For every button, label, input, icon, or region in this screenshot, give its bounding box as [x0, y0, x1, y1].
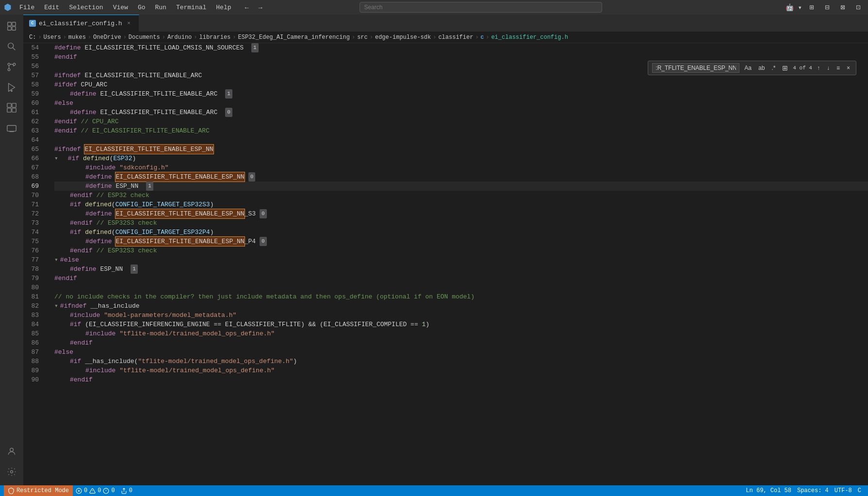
active-tab[interactable]: C ei_classifier_config.h × [23, 15, 139, 32]
activity-accounts[interactable] [2, 442, 21, 461]
breadcrumb-onedrive[interactable]: OneDrive [93, 34, 121, 41]
line-59: 59 [23, 89, 43, 99]
code-line-63: #endif // EI_CLASSIFIER_TFLITE_ENABLE_AR… [54, 126, 868, 135]
line-60: 60 [23, 99, 43, 108]
nav-forward-button[interactable]: → [255, 1, 266, 13]
find-regex[interactable]: .* [770, 64, 777, 72]
code-line-79: #endif [54, 274, 868, 283]
menu-run[interactable]: Run [151, 3, 170, 12]
breadcrumb: C: › Users › mukes › OneDrive › Document… [23, 32, 868, 43]
code-line-78: #define ESP_NN1 [54, 265, 868, 274]
code-line-82: ▾#ifndef __has_include [54, 301, 868, 311]
breadcrumb-arduino[interactable]: Arduino [167, 34, 192, 41]
breadcrumb-mukes[interactable]: mukes [68, 34, 86, 41]
menu-edit[interactable]: Edit [40, 3, 63, 12]
tab-close-button[interactable]: × [125, 19, 133, 27]
breadcrumb-classifier[interactable]: classifier [438, 34, 473, 41]
activity-remote[interactable] [2, 118, 21, 138]
cursor-position-label: Ln 69, Col 58 [746, 487, 791, 494]
find-more-options[interactable]: ≡ [835, 64, 842, 72]
encoding-indicator[interactable]: UTF-8 [832, 485, 855, 496]
line-70: 70 [23, 191, 43, 200]
activity-source-control[interactable] [2, 57, 21, 77]
no-live-share[interactable]: 0 [118, 485, 135, 496]
activity-bar [0, 15, 23, 485]
breadcrumb-filename[interactable]: ei_classifier_config.h [491, 34, 568, 41]
menu-go[interactable]: Go [134, 3, 149, 12]
line-55: 55 [23, 52, 43, 62]
global-search-input[interactable] [360, 2, 602, 13]
code-line-66: ▾#if defined(ESP32) [54, 154, 868, 163]
activity-search[interactable] [2, 37, 21, 56]
line-82: 82 [23, 301, 43, 311]
code-line-89: #include "tflite-model/trained_model_ops… [54, 366, 868, 375]
editor-area: C ei_classifier_config.h × C: › Users › … [23, 15, 868, 485]
status-bar: Restricted Mode 0 0 0 0 Ln 69, Col 58 Sp… [0, 485, 868, 496]
code-line-59: #define EI_CLASSIFIER_TFLITE_ENABLE_ARC1 [54, 89, 868, 99]
menu-selection[interactable]: Selection [65, 3, 107, 12]
breadcrumb-libraries[interactable]: libraries [199, 34, 231, 41]
layout-btn-2[interactable]: ⊟ [821, 3, 833, 12]
title-bar: ⬢ File Edit Selection View Go Run Termin… [0, 0, 868, 15]
line-57: 57 [23, 71, 43, 80]
language-indicator[interactable]: C [855, 485, 864, 496]
activity-run-debug[interactable] [2, 78, 21, 97]
activity-bottom [2, 442, 21, 481]
activity-extensions[interactable] [2, 98, 21, 117]
line-62: 62 [23, 117, 43, 126]
activity-settings[interactable] [2, 462, 21, 481]
line-83: 83 [23, 311, 43, 320]
svg-rect-12 [12, 103, 16, 107]
code-line-61: #define EI_CLASSIFIER_TFLITE_ENABLE_ARC0 [54, 108, 868, 117]
menu-view[interactable]: View [109, 3, 132, 12]
line-75: 75 [23, 237, 43, 246]
breadcrumb-sdk[interactable]: edge-impulse-sdk [375, 34, 431, 41]
find-input[interactable] [652, 63, 739, 73]
ai-icon[interactable]: 🤖 ▾ [786, 3, 802, 12]
code-line-68: #define EI_CLASSIFIER_TFLITE_ENABLE_ESP_… [54, 172, 868, 182]
menu-help[interactable]: Help [212, 3, 235, 12]
line-88: 88 [23, 357, 43, 366]
spaces-indicator[interactable]: Spaces: 4 [794, 485, 832, 496]
code-line-71: #if defined(CONFIG_IDF_TARGET_ESP32S3) [54, 200, 868, 209]
warning-icon [89, 488, 96, 494]
layout-btn-1[interactable]: ⊞ [806, 3, 818, 12]
menu-file[interactable]: File [16, 3, 38, 12]
find-close-button[interactable]: × [845, 64, 852, 72]
restricted-mode-indicator[interactable]: Restricted Mode [4, 485, 73, 496]
code-line-87: #else [54, 347, 868, 357]
cursor-position[interactable]: Ln 69, Col 58 [743, 485, 794, 496]
svg-rect-1 [12, 22, 16, 26]
code-editor[interactable]: 54 55 56 57 58 59 60 61 62 63 64 65 66 6… [23, 43, 868, 485]
activity-explorer[interactable] [2, 17, 21, 36]
breadcrumb-c[interactable]: C: [29, 34, 36, 41]
find-whole-word[interactable]: ab [756, 64, 767, 72]
code-line-84: #if (EI_CLASSIFIER_INFERENCING_ENGINE ==… [54, 320, 868, 329]
status-right: Ln 69, Col 58 Spaces: 4 UTF-8 C [743, 485, 864, 496]
layout-btn-3[interactable]: ⊠ [837, 3, 849, 12]
code-lines[interactable]: #define EI_CLASSIFIER_TFLITE_LOAD_CMSIS_… [50, 43, 868, 485]
tab-label: ei_classifier_config.h [39, 20, 122, 27]
menu-terminal[interactable]: Terminal [172, 3, 210, 12]
warnings-count: 0 [98, 487, 101, 494]
layout-btn-4[interactable]: ⊡ [852, 3, 864, 12]
find-match-case[interactable]: Aa [742, 64, 753, 72]
breadcrumb-src[interactable]: src [357, 34, 368, 41]
errors-indicator[interactable]: 0 0 0 [73, 485, 118, 496]
vscode-icon: ⬢ [4, 2, 12, 13]
svg-point-6 [8, 63, 10, 66]
find-count: 4 of 4 [793, 65, 812, 71]
nav-back-button[interactable]: ← [241, 1, 253, 13]
breadcrumb-documents[interactable]: Documents [129, 34, 160, 41]
code-line-72: #define EI_CLASSIFIER_TFLITE_ENABLE_ESP_… [54, 209, 868, 218]
code-line-54: #define EI_CLASSIFIER_TFLITE_LOAD_CMSIS_… [54, 43, 868, 52]
line-numbers: 54 55 56 57 58 59 60 61 62 63 64 65 66 6… [23, 43, 50, 485]
breadcrumb-esp32[interactable]: ESP32_Edeg_AI_Camera_inferencing [238, 34, 350, 41]
breadcrumb-users[interactable]: Users [44, 34, 61, 41]
find-prev-button[interactable]: ↑ [815, 64, 822, 72]
tab-file-icon: C [29, 20, 36, 27]
find-expand[interactable]: ⊞ [780, 63, 790, 73]
find-next-button[interactable]: ↓ [825, 64, 832, 72]
line-61: 61 [23, 108, 43, 117]
line-81: 81 [23, 292, 43, 301]
